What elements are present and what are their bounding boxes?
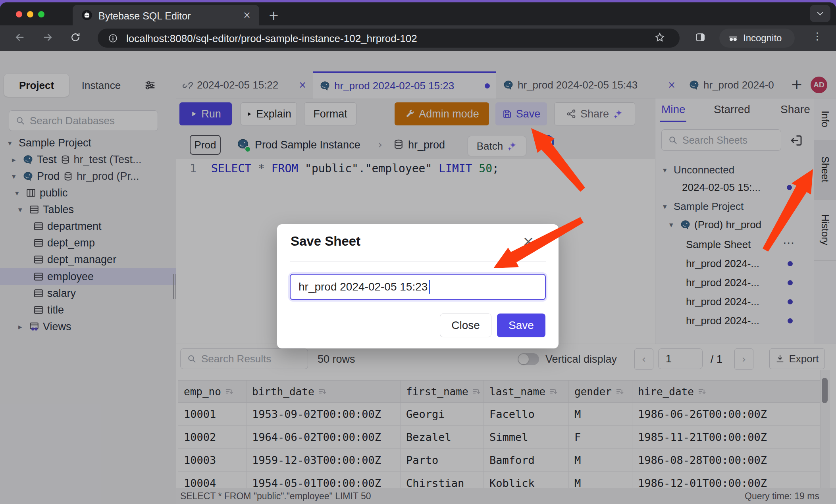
- modal-save-button[interactable]: Save: [497, 314, 545, 337]
- browser-menu-icon[interactable]: ⋮: [812, 30, 823, 42]
- bytebase-favicon-icon: [81, 10, 92, 21]
- forward-icon[interactable]: [42, 32, 53, 43]
- reload-icon[interactable]: [70, 32, 81, 43]
- side-panel-icon[interactable]: [695, 32, 706, 43]
- screenshot-root: Bytebase SQL Editor × + localhost:8080/s…: [0, 0, 836, 504]
- browser-tab-close-icon[interactable]: ×: [243, 10, 251, 21]
- sheet-name-value: hr_prod 2024-02-05 15:23: [299, 281, 428, 293]
- incognito-label: Incognito: [743, 33, 782, 44]
- browser-tab-title: Bytebase SQL Editor: [98, 10, 191, 22]
- save-sheet-modal: Save Sheet × hr_prod 2024-02-05 15:23 Cl…: [277, 224, 559, 348]
- window-close-button[interactable]: [16, 11, 22, 17]
- modal-title: Save Sheet: [291, 234, 360, 249]
- url-text[interactable]: localhost:8080/sql-editor/prod-sample-in…: [126, 33, 417, 45]
- incognito-icon: [728, 33, 738, 43]
- window-minimize-button[interactable]: [27, 11, 33, 17]
- text-cursor: [429, 280, 430, 294]
- new-tab-button[interactable]: +: [268, 8, 279, 23]
- site-info-icon[interactable]: [108, 33, 118, 43]
- back-icon[interactable]: [14, 32, 25, 43]
- modal-close-icon[interactable]: ×: [522, 233, 534, 249]
- incognito-badge: Incognito: [719, 29, 795, 48]
- bookmark-star-icon[interactable]: [654, 32, 665, 43]
- sheet-name-input[interactable]: hr_prod 2024-02-05 15:23: [290, 274, 546, 300]
- window-maximize-button[interactable]: [38, 11, 44, 17]
- chevron-down-icon: [815, 9, 825, 18]
- modal-close-button[interactable]: Close: [440, 314, 491, 337]
- modal-divider: [290, 261, 546, 262]
